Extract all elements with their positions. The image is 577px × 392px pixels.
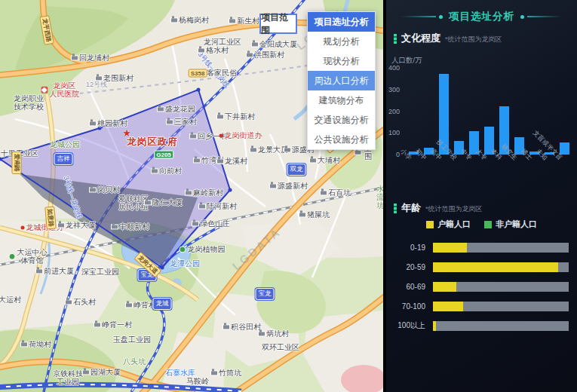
section-accent-icon <box>394 204 397 213</box>
app-root: LGDATALGDATA3号线—龙岗线3号线—龙岗线杨梅岗村新生村龙河工业区金阳… <box>0 0 577 392</box>
road-badge: G205 <box>154 151 173 159</box>
map-label: 龙潭公园 <box>170 259 200 268</box>
building-icon <box>158 108 164 112</box>
building-icon <box>83 371 89 375</box>
age-row-70-100: 70-100 <box>386 300 577 312</box>
header-dot-right-icon <box>520 15 524 19</box>
map-label: 龙岗街道办 <box>219 131 262 139</box>
building-icon <box>96 77 102 81</box>
age-row-100以上: 100以上 <box>386 320 577 332</box>
map-label: 双环工业区 <box>262 343 299 351</box>
building-icon <box>299 213 305 217</box>
map-label: 玉盘工业园 <box>113 335 151 344</box>
y-tick: 400 <box>386 64 400 72</box>
building-icon <box>58 224 64 228</box>
building-icon <box>94 323 100 327</box>
map-label: 麻岭新村 <box>186 188 223 197</box>
menu-item-项目选址分析[interactable]: 项目选址分析 <box>308 12 375 32</box>
menu-item-现状分析[interactable]: 现状分析 <box>308 51 375 71</box>
map-label: 马鞍岭 <box>186 377 209 385</box>
building-icon <box>310 159 316 163</box>
map-label: 三家村 <box>167 118 197 126</box>
education-section-note: *统计范围为龙岗区 <box>445 35 502 44</box>
map-label: ★ <box>122 128 131 139</box>
building-icon <box>199 205 205 209</box>
age-bar-track <box>433 321 569 331</box>
age-bar-fill <box>433 262 558 272</box>
age-section-title: 年龄 <box>401 201 421 215</box>
map-label: 源盛新村 <box>270 182 308 190</box>
map-label: 石百坑 <box>321 188 351 197</box>
map-label: 龙祥大厦 <box>58 221 96 229</box>
building-icon <box>72 57 78 60</box>
age-row-label: 60-69 <box>386 283 425 291</box>
metro-station-badge[interactable]: 双龙 <box>287 164 306 176</box>
metro-station-badge[interactable]: 龙城 <box>153 298 172 310</box>
metro-station-badge[interactable]: 宝龙 <box>256 288 275 300</box>
y-tick: 200 <box>386 108 400 115</box>
building-icon <box>247 54 253 57</box>
legend-swatch-icon <box>426 221 434 228</box>
map-label: 水流坑 <box>376 185 383 210</box>
building-icon <box>186 191 192 195</box>
road-badge: S358 <box>189 69 207 78</box>
age-row-label: 100以上 <box>386 320 425 331</box>
map-label: 岗贝村 <box>90 185 120 194</box>
map-label: 竹湾村 <box>194 156 224 164</box>
road-badge: 龙平西路 <box>39 15 54 45</box>
map-label: 洪围新村 <box>247 51 284 59</box>
map-label: 深宝工业园 <box>81 268 119 276</box>
age-row-label: 0-19 <box>386 243 425 252</box>
map-label: 杨梅岗村 <box>171 16 209 24</box>
panel-header: 项目选址分析 <box>386 10 577 23</box>
poi-dot-icon <box>219 134 223 138</box>
age-legend: 户籍人口非户籍人口 <box>426 219 537 230</box>
metro-station-badge[interactable]: 吉祥 <box>54 153 73 165</box>
menu-item-建筑物分布[interactable]: 建筑物分布 <box>308 90 375 110</box>
y-tick: 300 <box>386 86 400 93</box>
map-label: 丰顺新村 <box>112 222 149 231</box>
building-icon <box>259 332 265 336</box>
menu-item-公共设施分析[interactable]: 公共设施分析 <box>308 130 375 149</box>
building-icon <box>21 343 27 347</box>
map-label: 金阳成大厦 <box>252 40 297 48</box>
map-canvas[interactable]: LGDATALGDATA3号线—龙岗线3号线—龙岗线杨梅岗村新生村龙河工业区金阳… <box>0 0 383 392</box>
map-label: 大埔村 <box>310 156 340 164</box>
age-bar-fill <box>433 302 463 311</box>
map-label: 龙岗职业技术学校 <box>14 94 44 111</box>
y-tick: 0 <box>386 151 400 158</box>
building-icon <box>145 201 151 205</box>
age-row-label: 20-59 <box>386 263 425 271</box>
map-label: 龙河工业区 <box>204 38 241 46</box>
legend-item-户籍人口[interactable]: 户籍人口 <box>426 219 471 230</box>
map-label: 猪屎坑 <box>299 210 330 219</box>
map-label: 龙岗植物园 <box>180 245 226 253</box>
building-icon <box>90 188 96 192</box>
building-icon <box>36 270 42 274</box>
map-label: 盛龙花园 <box>158 105 195 113</box>
map-label: 龙城公园 <box>50 140 80 149</box>
building-icon <box>284 149 290 152</box>
age-bar-fill <box>433 282 456 292</box>
park-icon <box>180 247 186 253</box>
legend-item-非户籍人口[interactable]: 非户籍人口 <box>484 219 537 230</box>
header-deco-right <box>527 16 562 17</box>
map-label: 回龙埔村 <box>72 54 109 62</box>
header-dot-left-icon <box>439 15 443 19</box>
building-icon <box>112 225 118 229</box>
header-deco-left <box>401 16 436 17</box>
building-icon <box>152 170 158 173</box>
road-badge: 如意路 <box>45 206 57 229</box>
analysis-dropdown-menu: 项目选址分析规划分析现状分析周边人口分析建筑物分布交通设施分析公共设施分析 <box>307 11 376 150</box>
map-label: 龙岗区政府 <box>127 136 178 147</box>
map-label: 积谷田村 <box>223 323 261 331</box>
menu-item-规划分析[interactable]: 规划分析 <box>308 32 375 51</box>
menu-item-周边人口分析[interactable]: 周边人口分析 <box>308 71 375 90</box>
menu-item-交通设施分析[interactable]: 交通设施分析 <box>308 110 375 130</box>
project-scope-button[interactable]: 项目范围 <box>259 14 297 34</box>
map-label: 隆仁大厦 <box>145 198 183 207</box>
building-icon <box>190 135 196 139</box>
map-label: 绿色山庄 <box>192 219 230 228</box>
building-icon <box>217 115 223 119</box>
education-section-title: 文化程度 <box>401 32 440 45</box>
